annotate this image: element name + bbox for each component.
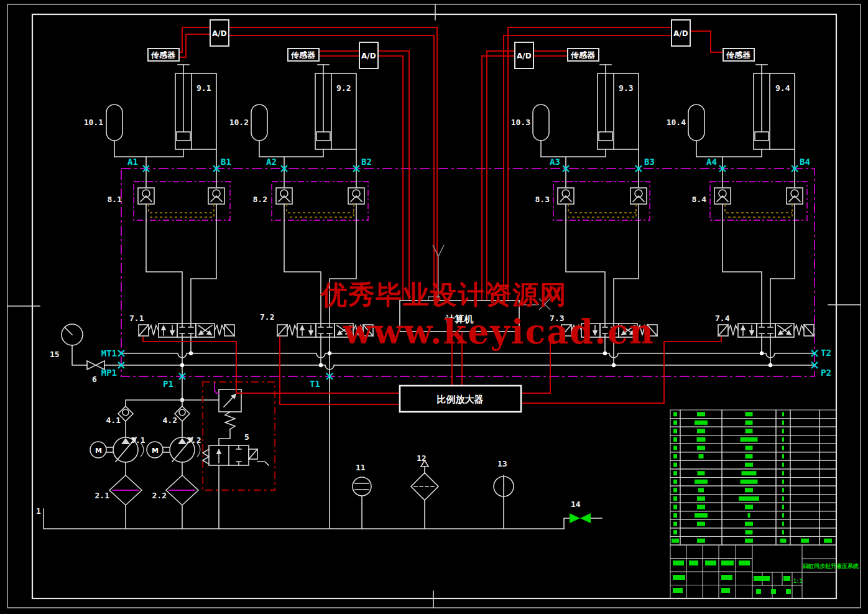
label-acc2: 10.2: [229, 118, 249, 127]
port-b4: B4: [800, 157, 810, 167]
port-a3: A3: [550, 157, 560, 167]
directional-valves: [139, 323, 814, 529]
port-t1: T1: [310, 379, 320, 389]
label-check42: 4.2: [163, 416, 177, 425]
port-b3: B3: [644, 157, 655, 167]
amplifier-label: 比例放大器: [437, 394, 484, 405]
label-cyl2: 9.2: [336, 83, 351, 93]
watermark-line1: 优秀毕业设计资源网: [320, 279, 567, 310]
pilot-line: [215, 382, 219, 394]
level-gauge-11: [353, 477, 371, 496]
cylinder-9-1: [175, 65, 216, 149]
label-unit5: 5: [244, 432, 249, 442]
valve-7-4: [718, 323, 814, 337]
label-cyl4: 9.4: [775, 83, 790, 93]
label-acc1: 10.1: [84, 118, 103, 127]
cylinder-9-2: [315, 65, 356, 149]
label-valve6: 6: [92, 374, 97, 384]
port-b2: B2: [361, 157, 372, 167]
filter-2-1: [109, 475, 142, 505]
sensor-label-3: 传感器: [570, 50, 596, 60]
cad-canvas: M: [0, 0, 868, 614]
drawing-scale: 1:1: [793, 579, 803, 584]
label-check41: 4.1: [106, 416, 121, 425]
adc-label-3: A/D: [517, 52, 532, 60]
label-11: 11: [356, 463, 366, 472]
label-14: 14: [571, 500, 581, 509]
accumulator-10-4: [688, 105, 704, 157]
port-b1: B1: [221, 157, 231, 167]
adc-label-4: A/D: [673, 29, 688, 38]
port-mp1: MP1: [101, 368, 117, 378]
label-filter21: 2.1: [95, 491, 110, 500]
label-valve4: 7.4: [715, 314, 730, 323]
port-a4: A4: [706, 157, 717, 167]
port-a2: A2: [266, 157, 277, 167]
label-valve2: 7.2: [260, 312, 274, 322]
cylinder-group-1: [106, 65, 224, 323]
p-rail: [104, 365, 815, 370]
label-pump32: 3.2: [187, 435, 201, 445]
pt-rails: [104, 351, 815, 370]
label-gauge15: 15: [50, 350, 60, 359]
adc-label-1: A/D: [212, 29, 227, 38]
relief-unit-boundary: [203, 382, 275, 490]
port-p2: P2: [821, 368, 831, 378]
accumulator-10-3: [533, 105, 549, 157]
accumulator-10-2: [251, 105, 267, 157]
cylinder-9-4: [754, 65, 795, 149]
sensor-label-4: 传感器: [726, 50, 751, 60]
cylinder-9-3: [598, 65, 639, 149]
port-t2: T2: [821, 348, 831, 358]
label-lock4: 8.4: [692, 195, 707, 204]
label-cyl3: 9.3: [619, 83, 633, 93]
label-tank1: 1: [36, 506, 41, 516]
label-filter22: 2.2: [152, 491, 167, 500]
sensor-label-2: 传感器: [290, 50, 316, 60]
title-block: 四缸同步起升液压系统 1:1: [670, 545, 859, 598]
port-mt1: MT1: [101, 348, 117, 358]
label-acc4: 10.4: [667, 118, 686, 127]
titleblock-marks: [673, 561, 791, 594]
drain-valve-14: [570, 513, 591, 523]
filter-2-2: [166, 475, 198, 505]
label-lock1: 8.1: [108, 195, 122, 204]
label-lock3: 8.3: [535, 195, 550, 204]
hydraulic-schematic: M: [0, 0, 868, 614]
port-labels: A1 B1 A2 B2 A3 B3 A4 B4 MT1 MP1 P1 T1 T2…: [101, 157, 831, 389]
label-12: 12: [417, 454, 427, 463]
cylinder-group-4: [688, 65, 803, 323]
sensor-label-1: 传感器: [150, 50, 176, 60]
port-a1: A1: [127, 157, 138, 167]
port-p1: P1: [163, 379, 173, 389]
adc-label-2: A/D: [361, 52, 376, 60]
accumulator-10-1: [106, 105, 122, 157]
label-pump31: 3.1: [131, 435, 145, 445]
pump-station: [62, 324, 219, 529]
label-cyl1: 9.1: [196, 83, 211, 93]
label-lock2: 8.2: [253, 195, 267, 204]
label-valve1: 7.1: [129, 314, 144, 323]
drawing-title: 四缸同步起升液压系统: [803, 563, 859, 569]
label-13: 13: [497, 459, 507, 468]
label-acc3: 10.3: [511, 118, 530, 127]
tank-line: [44, 460, 602, 529]
watermark-line2: www.keyicad.cn: [343, 312, 655, 351]
t-rail: [121, 353, 815, 358]
valve-7-1: [139, 323, 234, 337]
relief-unit-5: [203, 382, 275, 529]
parts-list-table: [670, 410, 836, 545]
